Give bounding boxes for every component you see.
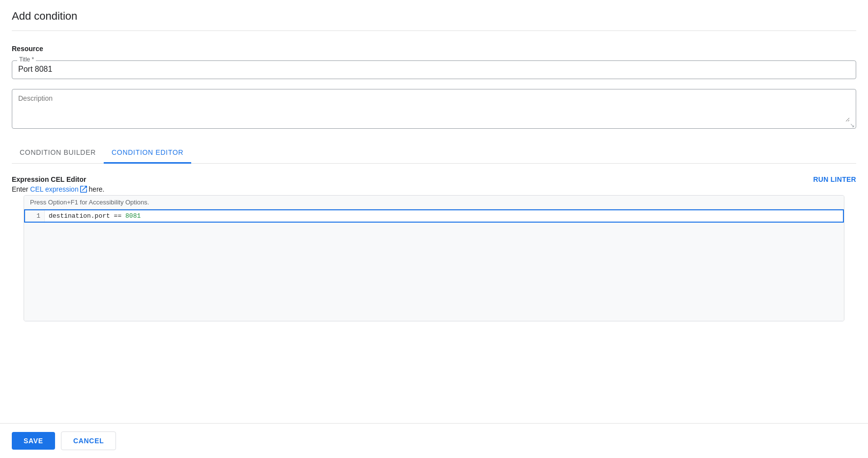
code-line-1[interactable]: 1 destination.port == 8081 [24,209,844,223]
expression-title: Expression CEL Editor [12,175,813,183]
line-number-1: 1 [25,210,45,222]
expression-section: Expression CEL Editor Enter CEL expressi… [12,175,856,321]
run-linter-button[interactable]: RUN LINTER [813,175,856,183]
code-editor-container: Press Option+F1 for Accessibility Option… [24,195,844,321]
resource-section-label: Resource [12,45,856,53]
subtitle-after: here. [87,185,105,193]
title-label: Title * [17,56,36,63]
tabs-container: CONDITION BUILDER CONDITION EDITOR [12,143,856,164]
cel-expression-link[interactable]: CEL expression [30,185,87,193]
description-field-wrapper: ↘ [12,89,856,129]
expression-left: Expression CEL Editor Enter CEL expressi… [12,175,813,193]
header-divider [12,30,856,31]
external-link-icon [80,186,87,193]
expression-subtitle: Enter CEL expression here. [12,185,813,193]
page-title: Add condition [12,10,856,23]
cel-link-text: CEL expression [30,185,78,193]
code-number: 8081 [125,212,141,220]
title-field-wrapper: Title * [12,60,856,79]
description-textarea[interactable] [18,94,850,122]
page-container: Add condition Resource Title * ↘ CONDITI… [0,0,868,382]
footer: SAVE CANCEL [0,423,868,458]
save-button[interactable]: SAVE [12,432,55,450]
tab-condition-builder[interactable]: CONDITION BUILDER [12,143,104,164]
code-keyword: destination.port == [49,212,125,220]
resize-handle-icon: ↘ [850,122,855,127]
tab-condition-editor[interactable]: CONDITION EDITOR [104,143,191,164]
subtitle-before: Enter [12,185,30,193]
title-input[interactable] [18,65,850,74]
code-content-1: destination.port == 8081 [45,210,843,222]
expression-header-row: Expression CEL Editor Enter CEL expressi… [12,175,856,193]
cancel-button[interactable]: CANCEL [61,431,116,450]
code-empty-area[interactable] [24,223,844,321]
accessibility-hint: Press Option+F1 for Accessibility Option… [24,196,844,209]
